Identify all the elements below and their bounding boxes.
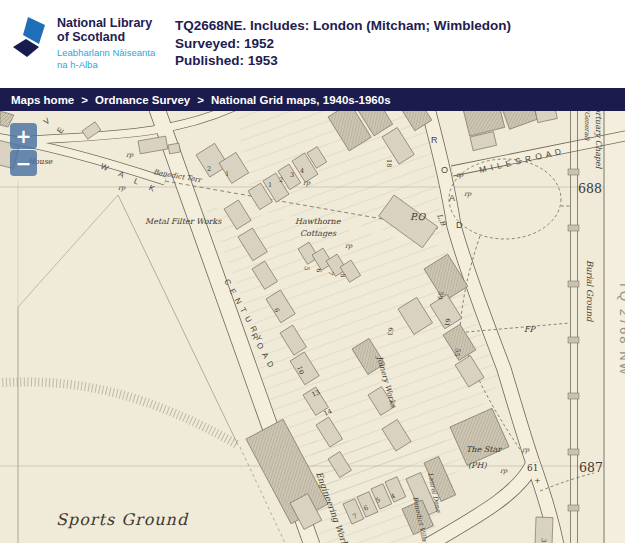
breadcrumb-maps-home[interactable]: Maps home: [11, 94, 74, 106]
breadcrumb-ordnance-survey[interactable]: Ordnance Survey: [95, 94, 190, 106]
breadcrumb-separator: >: [81, 94, 88, 106]
map-label: 687: [579, 460, 603, 475]
map-label: 59: [436, 291, 445, 301]
map-label: 2: [279, 176, 283, 184]
map-viewport[interactable]: + −: [0, 111, 625, 543]
map-label: O: [441, 165, 448, 175]
map-label: +: [534, 476, 541, 485]
map-label: D: [456, 220, 463, 230]
map-image: VEW A L KC E N T U R YR O A DM I L E S R…: [0, 111, 625, 543]
map-label: FP: [524, 325, 537, 334]
brand-name-line2: of Scotland: [57, 30, 155, 44]
map-label: 18: [385, 159, 393, 167]
map-label: A: [449, 193, 455, 203]
map-label: TQ 2768 NW: [617, 281, 625, 377]
map-label: 55: [453, 348, 462, 358]
map-label: rp: [126, 151, 134, 159]
map-label: (PH): [468, 461, 487, 470]
map-label: 61: [527, 463, 538, 473]
nls-logo-icon: [10, 12, 56, 64]
map-label: 61: [443, 318, 452, 328]
breadcrumb-separator: >: [197, 94, 204, 106]
brand-gaelic-line2: na h-Alba: [57, 59, 155, 71]
breadcrumb-national-grid-maps[interactable]: National Grid maps, 1940s-1960s: [211, 94, 391, 106]
brand-name-line1: National Library: [57, 16, 155, 30]
map-label: 1: [225, 170, 229, 178]
map-label: rp: [456, 171, 464, 179]
map-label: Hawthorne: [295, 217, 342, 226]
sheet-surveyed: Surveyed: 1952: [175, 35, 511, 53]
page-header: National Library of Scotland Leabharlann…: [0, 0, 625, 88]
map-label: Mortuary Chapel: [594, 111, 603, 170]
map-label: 1: [268, 181, 272, 189]
map-label: rp: [345, 242, 353, 250]
map-label: rp: [500, 467, 508, 475]
sheet-title-block: TQ2668NE. Includes: London (Mitcham; Wim…: [175, 17, 511, 70]
map-label: 2: [207, 165, 211, 173]
map-label: 4: [300, 167, 304, 175]
zoom-in-button[interactable]: +: [10, 123, 37, 149]
map-label: (General): [583, 111, 591, 141]
brand-gaelic-line1: Leabharlann Nàiseanta: [57, 47, 155, 59]
map-label: Cottages: [300, 229, 337, 238]
map-label: Metal Filter Works: [145, 217, 222, 226]
map-label: P.O: [410, 211, 426, 222]
zoom-out-button[interactable]: −: [10, 150, 37, 176]
map-label: 63: [386, 327, 395, 337]
brand-block: National Library of Scotland Leabharlann…: [57, 16, 155, 71]
map-label: rp: [118, 184, 126, 192]
breadcrumb: Maps home > Ordnance Survey > National G…: [0, 88, 625, 111]
map-label: rp: [303, 179, 311, 187]
map-label: 688: [578, 181, 602, 196]
zoom-controls: + −: [10, 123, 37, 177]
map-label: The Star: [466, 445, 502, 454]
map-label: Sports Ground: [56, 510, 189, 529]
sheet-title: TQ2668NE. Includes: London (Mitcham; Wim…: [175, 17, 511, 35]
map-label: 3: [290, 171, 294, 179]
map-label: 37: [539, 538, 548, 543]
sheet-published: Published: 1953: [175, 52, 511, 70]
map-label: Burial Ground: [585, 260, 595, 323]
map-label: rp: [522, 446, 530, 454]
map-label: rp: [464, 190, 472, 198]
map-label: R: [431, 135, 438, 145]
